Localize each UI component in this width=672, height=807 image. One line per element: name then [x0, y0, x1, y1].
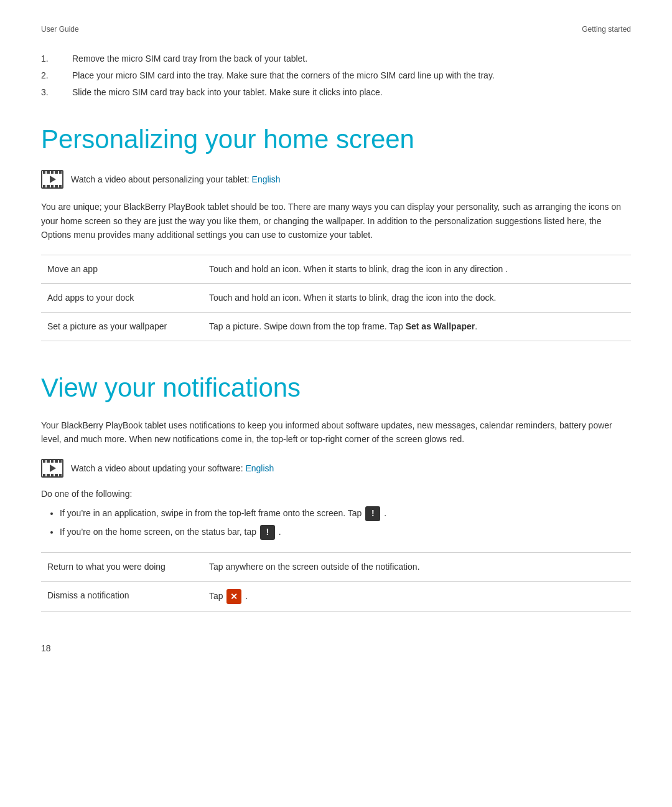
section-personalizing: Personalizing your home screen Watch a v… [41, 124, 631, 341]
section1-title: Personalizing your home screen [41, 124, 631, 155]
section-notifications: View your notifications Your BlackBerry … [41, 372, 631, 613]
table-description: Tap a picture. Swipe down from the top f… [203, 312, 631, 341]
page-header: User Guide Getting started [41, 25, 631, 34]
table-row: Add apps to your dock Touch and hold an … [41, 283, 631, 312]
video-row-1: Watch a video about personalizing your t… [41, 170, 631, 189]
list-item: If you’re on the home screen, on the sta… [60, 525, 631, 540]
section2-table: Return to what you were doing Tap anywhe… [41, 552, 631, 612]
do-one-text: Do one of the following: [41, 489, 631, 499]
video-text-1: Watch a video about personalizing your t… [71, 174, 280, 184]
table-description: Touch and hold an icon. When it starts t… [203, 283, 631, 312]
video-text-2: Watch a video about updating your softwa… [71, 463, 274, 473]
x-icon: ✕ [226, 589, 241, 604]
header-left: User Guide [41, 25, 79, 34]
bullet-list: If you’re in an application, swipe in fr… [41, 506, 631, 540]
table-action: Dismiss a notification [41, 582, 203, 612]
table-description: Tap anywhere on the screen outside of th… [203, 553, 631, 582]
notification-icon-1: ! [365, 506, 380, 521]
intro-list: 1. Remove the micro SIM card tray from t… [41, 52, 631, 99]
table-row: Return to what you were doing Tap anywhe… [41, 553, 631, 582]
header-right: Getting started [582, 25, 631, 34]
table-action: Move an app [41, 255, 203, 283]
video-link-2[interactable]: English [245, 463, 274, 473]
video-icon-1 [41, 170, 63, 189]
page-number: 18 [41, 643, 631, 653]
table-row: Dismiss a notification Tap ✕ . [41, 582, 631, 612]
list-item: 3. Slide the micro SIM card tray back in… [41, 86, 631, 99]
table-action: Return to what you were doing [41, 553, 203, 582]
notification-icon-2: ! [260, 525, 275, 540]
table-row: Move an app Touch and hold an icon. When… [41, 255, 631, 283]
video-icon-2 [41, 459, 63, 478]
list-item: 2. Place your micro SIM card into the tr… [41, 69, 631, 82]
list-item: If you’re in an application, swipe in fr… [60, 506, 631, 521]
bold-text: Set as Wallpaper [406, 321, 475, 331]
section1-body: You are unique; your BlackBerry PlayBook… [41, 200, 631, 242]
video-row-2: Watch a video about updating your softwa… [41, 459, 631, 478]
table-description: Touch and hold an icon. When it starts t… [203, 255, 631, 283]
list-item: 1. Remove the micro SIM card tray from t… [41, 52, 631, 65]
table-description: Tap ✕ . [203, 582, 631, 612]
table-action: Set a picture as your wallpaper [41, 312, 203, 341]
table-action: Add apps to your dock [41, 283, 203, 312]
section2-title: View your notifications [41, 372, 631, 404]
table-row: Set a picture as your wallpaper Tap a pi… [41, 312, 631, 341]
section1-table: Move an app Touch and hold an icon. When… [41, 255, 631, 341]
section2-body: Your BlackBerry PlayBook tablet uses not… [41, 418, 631, 446]
video-link-1[interactable]: English [252, 174, 281, 184]
